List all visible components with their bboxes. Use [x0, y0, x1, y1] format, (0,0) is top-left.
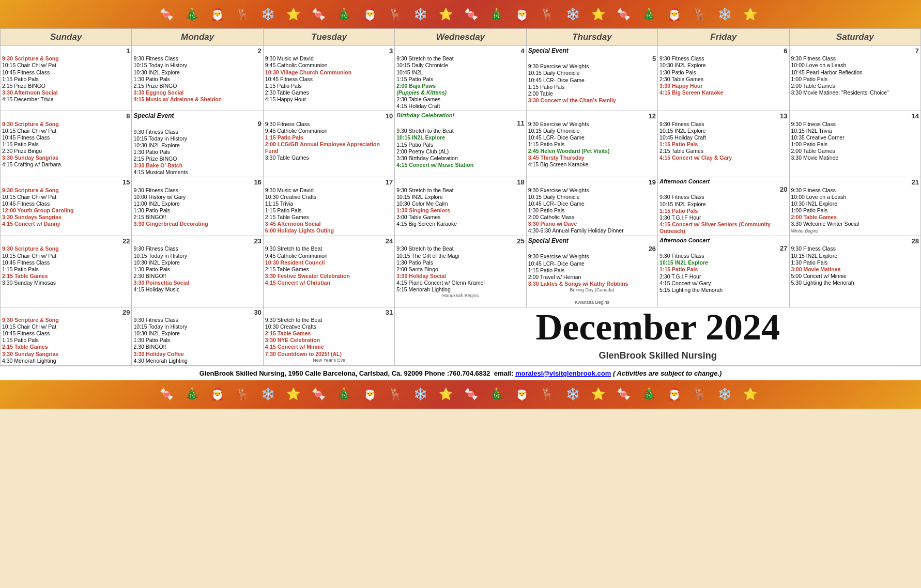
day-31: 31 9:30 Stretch to the Beat 10:30 Creati… [263, 307, 394, 365]
day-9: Special Event 9 9:30 Fitness Class 10:15… [132, 111, 263, 177]
day-13: 13 9:30 Fitness Class 10:15 IN2L Explore… [658, 111, 789, 177]
day-5: Special Event 5 9:30 Exercise w/ Weights… [526, 46, 657, 111]
day-19: 19 9:30 Exercise w/ Weights 10:15 Daily … [526, 177, 657, 236]
day-28: 28 9:30 Fitness Class 10:15 IN2L Explore… [789, 236, 920, 307]
day-21: 21 9:30 Fitness Class 10:00 Love on a Le… [789, 177, 920, 236]
day-29: 29 9:30 Scripture & Song 10:15 Chair Chi… [1, 307, 132, 365]
day-17: 17 9:30 Music w/ David 10:30 Creative Cr… [263, 177, 394, 236]
day-30: 30 9:30 Fitness Class 10:15 Today in His… [132, 307, 263, 365]
day-12: 12 9:30 Exercise w/ Weights 10:15 Daily … [526, 111, 657, 177]
day-7: 7 9:30 Fitness Class 10:00 Love on a Lea… [789, 46, 920, 111]
day-3: 3 9:30 Music w/ David 9:45 Catholic Comm… [263, 46, 394, 111]
week-row-3: 15 9:30 Scripture & Song 10:15 Chair Chi… [1, 177, 921, 236]
week-row-1: 1 9:30 Scripture & Song 10:15 Chair Chi … [1, 46, 921, 111]
footer-bar: GlenBrook Skilled Nursing, 1950 Calle Ba… [0, 366, 921, 380]
day-23: 23 9:30 Fitness Class 10:15 Today in His… [132, 236, 263, 307]
footer-email[interactable]: moralesl@visitglenbrook.com [515, 369, 611, 377]
day-16: 16 9:30 Fitness Class 10:00 History w/ G… [132, 177, 263, 236]
col-thursday: Thursday [526, 29, 657, 46]
day-1: 1 9:30 Scripture & Song 10:15 Chair Chi … [1, 46, 132, 111]
day-24: 24 9:30 Stretch to the Beat 9:45 Catholi… [263, 236, 394, 307]
month-title: December 2024 [396, 308, 919, 346]
col-tuesday: Tuesday [263, 29, 394, 46]
day-26: Special Event 26 9:30 Exercise w/ Weight… [526, 236, 657, 307]
day-10: 10 9:30 Fitness Class 9:45 Catholic Comm… [263, 111, 394, 177]
day-4: 4 9:30 Stretch to the Beat 10:15 Daily C… [395, 46, 526, 111]
day-22: 22 9:30 Scripture & Song 10:15 Chair Chi… [1, 236, 132, 307]
day-6: 6 9:30 Fitness Class 10:30 IN2L Explore … [658, 46, 789, 111]
col-friday: Friday [658, 29, 789, 46]
bottom-banner [0, 380, 921, 409]
calendar-wrapper: Sunday Monday Tuesday Wednesday Thursday… [0, 0, 921, 409]
day-20: Afternoon Concert 20 9:30 Fitness Class … [658, 177, 789, 236]
col-sunday: Sunday [1, 29, 132, 46]
week-row-4: 22 9:30 Scripture & Song 10:15 Chair Chi… [1, 236, 921, 307]
col-wednesday: Wednesday [395, 29, 526, 46]
day-25: 25 9:30 Stretch to the Beat 10:15 The Gi… [395, 236, 526, 307]
day-18: 18 9:30 Stretch to the Beat 10:15 IN2L E… [395, 177, 526, 236]
footer-text: GlenBrook Skilled Nursing, 1950 Calle Ba… [199, 369, 722, 377]
day-8: 8 9:30 Scripture & Song 10:15 Chair Chi … [1, 111, 132, 177]
day-2: 2 9:30 Fitness Class 10:15 Today in Hist… [132, 46, 263, 111]
day-27: Afternoon Concert 27 9:30 Fitness Class … [658, 236, 789, 307]
week-row-2: 8 9:30 Scripture & Song 10:15 Chair Chi … [1, 111, 921, 177]
december-2024-cell: December 2024 GlenBrook Skilled Nursing [395, 307, 921, 365]
day-14: 14 9:30 Fitness Class 10:15 IN2L Trivia … [789, 111, 920, 177]
col-monday: Monday [132, 29, 263, 46]
col-saturday: Saturday [789, 29, 920, 46]
calendar-table: Sunday Monday Tuesday Wednesday Thursday… [0, 28, 921, 366]
day-11: Birthday Celebration! 11 9:30 Stretch to… [395, 111, 526, 177]
top-banner [0, 0, 921, 28]
day-15: 15 9:30 Scripture & Song 10:15 Chair Chi… [1, 177, 132, 236]
week-row-5: 29 9:30 Scripture & Song 10:15 Chair Chi… [1, 307, 921, 365]
facility-name: GlenBrook Skilled Nursing [396, 350, 919, 362]
